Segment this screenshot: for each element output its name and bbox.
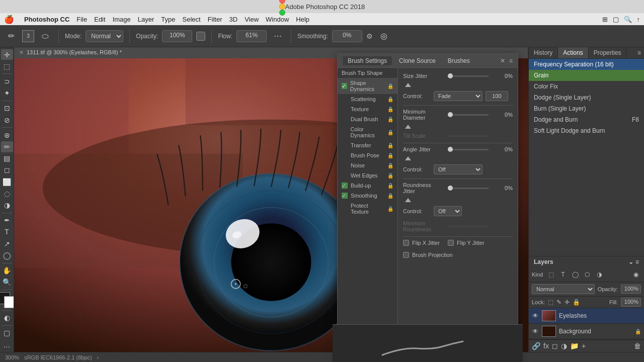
color-dynamics-checkbox[interactable]: [342, 129, 347, 135]
menu-type[interactable]: Type: [161, 16, 175, 23]
lock-artboard-icon[interactable]: ✛: [565, 299, 570, 306]
path-select-tool[interactable]: ↗: [1, 238, 13, 249]
brush-tab-settings[interactable]: Brush Settings: [343, 56, 392, 65]
layer-opacity-value[interactable]: 100%: [621, 285, 641, 294]
wet-edges-item[interactable]: Wet Edges 🔒: [338, 170, 397, 180]
blur-tool[interactable]: ◌: [1, 188, 13, 199]
new-group-btn[interactable]: 📁: [570, 342, 579, 350]
add-mask-btn[interactable]: ◻: [552, 342, 558, 350]
maximize-button[interactable]: [279, 10, 285, 16]
protect-texture-checkbox[interactable]: [342, 206, 348, 212]
layers-collapse-icon[interactable]: ⌄: [628, 258, 633, 265]
noise-checkbox[interactable]: [342, 162, 348, 168]
marquee-tool[interactable]: ⬚: [1, 61, 13, 71]
menu-view[interactable]: View: [245, 16, 259, 23]
menu-layer[interactable]: Layer: [138, 16, 154, 23]
scattering-item[interactable]: Scattering 🔒: [338, 94, 397, 104]
smoothing-value[interactable]: 0%: [332, 30, 362, 42]
noise-item[interactable]: Noise 🔒: [338, 160, 397, 170]
transfer-checkbox[interactable]: [342, 142, 348, 148]
layer-filter-smart-icon[interactable]: ⬡: [582, 269, 592, 280]
build-up-checkbox[interactable]: ✓: [342, 183, 348, 189]
menu-3d[interactable]: 3D: [229, 16, 238, 23]
screen-mode-icon[interactable]: ▢: [613, 16, 619, 23]
apple-menu[interactable]: 🍎: [4, 15, 14, 24]
menu-image[interactable]: Image: [113, 16, 131, 23]
quick-mask-icon[interactable]: ◐: [1, 313, 13, 323]
build-up-item[interactable]: ✓ Build-up 🔒: [338, 180, 397, 191]
share-icon[interactable]: ↑: [637, 16, 640, 23]
control1-select[interactable]: Fade Off Pen Pressure Pen Tilt: [434, 91, 482, 101]
more-tools-icon[interactable]: …: [1, 339, 13, 350]
brush-tip-shape-item[interactable]: Brush Tip Shape: [338, 68, 397, 78]
opacity-value[interactable]: 100%: [162, 30, 192, 42]
size-jitter-slider[interactable]: [448, 75, 489, 77]
layer-filter-adjust-icon[interactable]: ◑: [594, 269, 604, 280]
dual-brush-checkbox[interactable]: [342, 116, 348, 122]
pen-tool[interactable]: ✒: [1, 215, 13, 226]
action-item-grain[interactable]: Grain: [529, 70, 644, 81]
layer-item-eyelashes[interactable]: 👁 Eyelashes: [529, 308, 644, 324]
panels-icon[interactable]: ⊞: [602, 16, 608, 23]
protect-texture-item[interactable]: Protect Texture 🔒: [338, 201, 397, 217]
traffic-lights[interactable]: [279, 0, 285, 16]
close-button[interactable]: [279, 0, 285, 4]
text-tool[interactable]: T: [1, 227, 13, 237]
minimize-button[interactable]: [279, 4, 285, 10]
shape-dynamics-item[interactable]: ✓ Shape Dynamics 🔒: [338, 78, 397, 94]
canvas-close-btn[interactable]: ✕: [19, 49, 24, 56]
shape-tool[interactable]: ◯: [1, 250, 13, 260]
search-icon[interactable]: 🔍: [624, 16, 632, 23]
tab-actions[interactable]: Actions: [558, 47, 588, 58]
tab-history[interactable]: History: [529, 47, 558, 58]
clone-stamp-tool[interactable]: ▤: [1, 153, 13, 164]
roundness-jitter-slider[interactable]: [448, 188, 489, 189]
min-diameter-slider[interactable]: [448, 114, 489, 116]
layer-visibility-eyelashes[interactable]: 👁: [532, 312, 539, 319]
app-name[interactable]: Photoshop CC: [24, 16, 69, 23]
brush-preset-icon[interactable]: ⬭: [38, 29, 52, 43]
action-item-burn-single[interactable]: Burn (Single Layer): [529, 103, 644, 114]
brush-pose-item[interactable]: Brush Pose 🔒: [338, 150, 397, 160]
dodge-tool[interactable]: ◑: [1, 200, 13, 210]
brush-tool-icon[interactable]: ✏: [4, 29, 18, 43]
smoothing-icon[interactable]: ⋯: [271, 29, 285, 43]
menu-file[interactable]: File: [76, 16, 87, 23]
transfer-item[interactable]: Transfer 🔒: [338, 140, 397, 150]
flip-y-checkbox[interactable]: [448, 240, 454, 246]
brush-panel-close-btn[interactable]: ✕: [500, 57, 505, 64]
action-item-dodge-burn[interactable]: Dodge and Burn F8: [529, 114, 644, 125]
menu-window[interactable]: Window: [266, 16, 289, 23]
mode-dropdown[interactable]: Normal Multiply Screen: [86, 30, 123, 42]
layer-item-background[interactable]: 👁 Background 🔒: [529, 324, 644, 339]
color-dynamics-item[interactable]: Color Dynamics 🔒: [338, 124, 397, 140]
zoom-tool[interactable]: 🔍: [1, 277, 13, 288]
lock-all-icon[interactable]: 🔒: [573, 299, 580, 306]
brush-proj-checkbox[interactable]: [403, 252, 409, 258]
layers-panel-menu-icon[interactable]: ≡: [635, 258, 639, 265]
smoothing-checkbox[interactable]: ✓: [342, 193, 348, 199]
menu-help[interactable]: Help: [296, 16, 309, 23]
shape-dynamics-checkbox[interactable]: ✓: [342, 83, 347, 89]
crop-tool[interactable]: ⊡: [1, 103, 13, 114]
healing-brush-tool[interactable]: ⊛: [1, 130, 13, 140]
airbrush-toggle[interactable]: [196, 32, 205, 41]
magic-wand-tool[interactable]: ✦: [1, 88, 13, 99]
smoothing-item[interactable]: ✓ Smoothing 🔒: [338, 191, 397, 201]
eraser-tool[interactable]: ◻: [1, 165, 13, 175]
brush-tool[interactable]: ✏: [1, 141, 13, 152]
lasso-tool[interactable]: ⊃: [1, 76, 13, 86]
layer-filter-type-icon[interactable]: T: [558, 269, 568, 280]
menu-filter[interactable]: Filter: [208, 16, 222, 23]
adjustment-layer-btn[interactable]: ◑: [561, 342, 567, 350]
next-arrow[interactable]: ›: [97, 354, 99, 360]
action-item-color-fix[interactable]: Color Fix: [529, 81, 644, 92]
wet-edges-checkbox[interactable]: [342, 172, 348, 178]
link-layers-btn[interactable]: 🔗: [532, 342, 540, 350]
menu-edit[interactable]: Edit: [94, 16, 105, 23]
screen-mode-icon[interactable]: ▢: [1, 328, 13, 338]
lock-pixels-icon[interactable]: ⬚: [548, 299, 553, 306]
action-item-freq-sep[interactable]: Frequency Separation (16 bit): [529, 59, 644, 70]
layer-filter-toggle-icon[interactable]: ◉: [631, 269, 641, 280]
layer-styles-btn[interactable]: fx: [543, 342, 549, 350]
